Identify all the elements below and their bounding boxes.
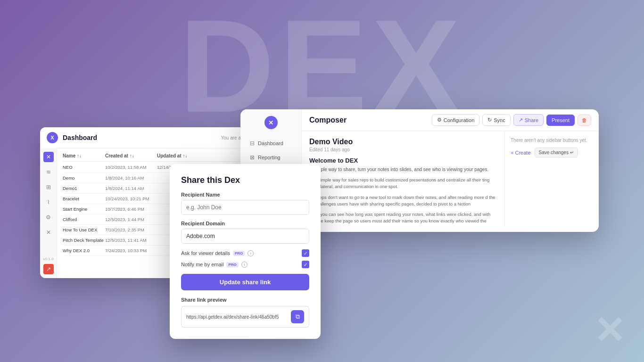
share-modal-title: Share this Dex [181, 175, 309, 185]
nav-label-reporting: Reporting [258, 155, 281, 160]
recipient-name-input[interactable] [181, 200, 309, 215]
sync-label: Sync [494, 117, 505, 123]
trash-icon: 🗑 [582, 117, 587, 123]
welcome-heading: Welcome to DEX [309, 157, 497, 164]
dashboard-header: X Dashboard You are a [40, 127, 248, 148]
ask-viewer-row: Ask for viewer details PRO i ✓ [181, 249, 309, 257]
ask-viewer-info-icon[interactable]: i [248, 250, 254, 256]
notify-email-pro-badge: PRO [226, 262, 238, 267]
create-link[interactable]: + Create [511, 150, 531, 156]
demo-subtitle: Edited 11 days ago [309, 147, 497, 152]
config-icon: ⚙ [437, 117, 442, 123]
sidebar-icon-exit[interactable]: ↗ [43, 264, 54, 274]
bottom-watermark: ✕ [594, 309, 625, 353]
configuration-button[interactable]: ⚙ Configuration [432, 114, 479, 126]
sidebar-icon-x2[interactable]: ✕ [43, 227, 54, 238]
nav-item-dashboard[interactable]: ⊟ Dashboard [243, 137, 298, 150]
td-created: 10/2/2023, 11:58 AM [105, 165, 157, 170]
th-created: Created at ↑↓ [105, 153, 157, 158]
share-label: Share [525, 117, 538, 123]
sidebar-icon-grid[interactable]: ≋ [43, 167, 54, 177]
composer-content: Demo Video Edited 11 days ago Welcome to… [302, 131, 504, 226]
present-button[interactable]: Present [546, 115, 575, 126]
share-icon: ↗ [519, 117, 523, 123]
content-block-3: cs you can see how long was spent readin… [309, 211, 497, 225]
composer-logo-area: ✕ [240, 116, 301, 129]
nav-label-dashboard: Dashboard [258, 140, 283, 146]
dashboard-avatar: X [47, 132, 58, 143]
sidebar-icon-x[interactable]: ✕ [43, 152, 54, 162]
composer-toolbar: Composer ⚙ Configuration ↻ Sync ↗ Share … [302, 109, 599, 131]
sidebar-icon-box[interactable]: ⊞ [43, 182, 54, 192]
ask-viewer-checkbox[interactable]: ✓ [302, 249, 309, 257]
recipient-name-label: Recipient Name [181, 192, 309, 197]
ask-viewer-pro-badge: PRO [233, 251, 245, 256]
th-updated: Updated at ↑↓ [157, 153, 214, 158]
ask-viewer-label: Ask for viewer details [181, 250, 230, 256]
composer-logo: ✕ [264, 116, 278, 129]
dashboard-nav-icon: ⊟ [250, 140, 255, 147]
notify-email-info-icon[interactable]: i [241, 262, 248, 268]
sync-button[interactable]: ↻ Sync [482, 114, 510, 126]
share-modal: Share this Dex Recipient Name Recipient … [170, 164, 321, 339]
notify-email-row: Notify me by email PRO i ✓ [181, 261, 309, 268]
reporting-nav-icon: ⊠ [250, 154, 255, 161]
recipient-domain-label: Recipient Domain [181, 221, 309, 226]
sidebar-icon-gear[interactable]: ⚙ [43, 212, 54, 222]
recipient-domain-input[interactable] [181, 229, 309, 244]
composer-toolbar-title: Composer [309, 116, 429, 124]
save-changes-button[interactable]: Save changes ↵ [535, 148, 578, 157]
present-label: Present [552, 117, 570, 123]
sidebar-version: v0.1.0 [43, 257, 54, 261]
dashboard-sidebar: ✕ ≋ ⊞ ⌇ ⚙ ✕ v0.1.0 ↗ [40, 148, 57, 278]
th-name: Name ↑↓ [63, 153, 105, 158]
notify-email-label: Notify me by email [181, 262, 223, 267]
sync-icon: ↻ [487, 117, 492, 123]
dashboard-you-are: You are a [221, 135, 241, 140]
share-button[interactable]: ↗ Share [513, 114, 544, 126]
td-name: NEO [63, 165, 105, 170]
content-block-1: a simple way for sales reps to build cus… [309, 177, 497, 190]
welcome-text: A simple way to share, turn your notes i… [309, 166, 497, 173]
sidebar-icon-activity[interactable]: ⌇ [43, 197, 54, 207]
dashboard-title: Dashboard [63, 134, 221, 141]
composer-main: Composer ⚙ Configuration ↻ Sync ↗ Share … [302, 109, 599, 232]
composer-sidebar-right: There aren't any sidebar buttons yet. + … [504, 131, 599, 226]
config-label: Configuration [444, 117, 474, 123]
content-block-2: s reps don't want to go to a new tool to… [309, 194, 497, 208]
share-link-box: https://api.getdex.ai/dex/share-link/46a… [181, 306, 309, 328]
table-header: Name ↑↓ Created at ↑↓ Updated at ↑↓ [63, 153, 242, 162]
demo-title: Demo Video [309, 138, 497, 146]
delete-button[interactable]: 🗑 [578, 115, 591, 126]
nav-item-reporting[interactable]: ⊠ Reporting [243, 151, 298, 164]
share-link-text: https://api.getdex.ai/dex/share-link/46a… [186, 314, 287, 320]
composer-body: Demo Video Edited 11 days ago Welcome to… [302, 131, 599, 226]
create-row: + Create Save changes ↵ [511, 148, 593, 157]
sidebar-right-empty-text: There aren't any sidebar buttons yet. [511, 138, 593, 143]
notify-email-checkbox[interactable]: ✓ [302, 261, 309, 268]
update-share-link-button[interactable]: Update share link [181, 274, 309, 290]
share-preview-label: Share link preview [181, 297, 309, 303]
copy-link-button[interactable]: ⧉ [291, 310, 304, 323]
